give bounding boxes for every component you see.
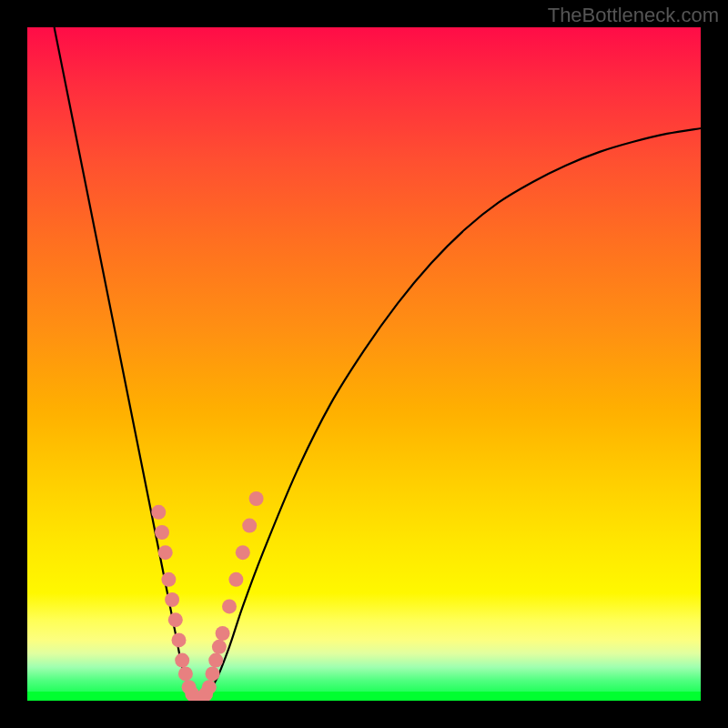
- marker-dot: [158, 545, 173, 560]
- marker-dot: [175, 653, 189, 668]
- marker-dot: [178, 666, 193, 681]
- marker-dot: [249, 491, 264, 506]
- marker-dot: [222, 599, 237, 613]
- marker-dot: [208, 653, 223, 668]
- marker-dot: [151, 505, 166, 520]
- marker-dot: [228, 572, 243, 587]
- marker-dot: [202, 680, 217, 694]
- chart-container: [27, 27, 701, 701]
- marker-dot: [155, 525, 169, 540]
- marker-dot: [168, 612, 183, 627]
- marker-dot: [212, 640, 227, 654]
- marker-dot: [242, 519, 257, 533]
- marker-dot: [236, 545, 250, 560]
- marker-dot: [216, 626, 230, 641]
- curve-svg: [27, 27, 701, 701]
- marker-dot: [165, 592, 179, 607]
- marker-dot: [161, 572, 176, 587]
- marker-dot: [206, 666, 220, 681]
- marker-dot: [172, 632, 187, 647]
- curve-left-curve: [55, 27, 203, 701]
- curve-paths-group: [55, 27, 701, 701]
- watermark-text: TheBottleneck.com: [548, 4, 719, 27]
- curve-right-curve: [202, 128, 701, 701]
